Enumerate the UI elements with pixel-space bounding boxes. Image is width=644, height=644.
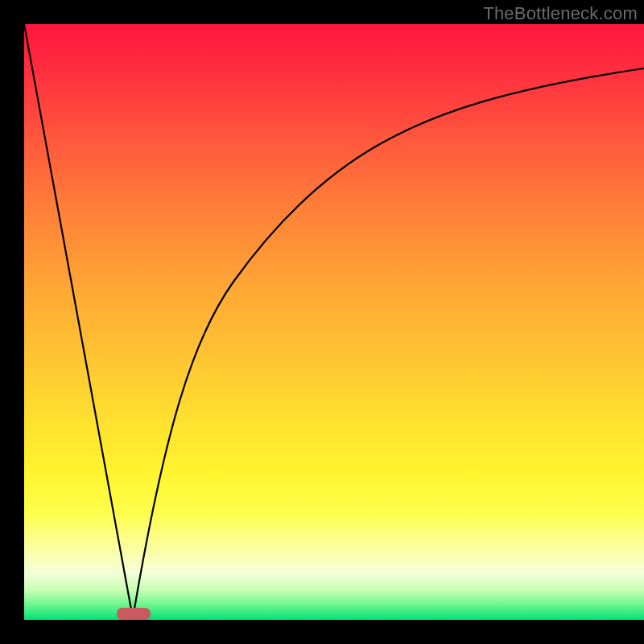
curve-left-line [24,24,133,618]
curve-right-arc [133,68,644,618]
optimal-marker [117,608,151,620]
chart-frame: TheBottleneck.com [0,0,644,644]
plot-area [24,24,644,620]
bottleneck-curve [24,24,644,620]
watermark-text: TheBottleneck.com [483,3,638,24]
